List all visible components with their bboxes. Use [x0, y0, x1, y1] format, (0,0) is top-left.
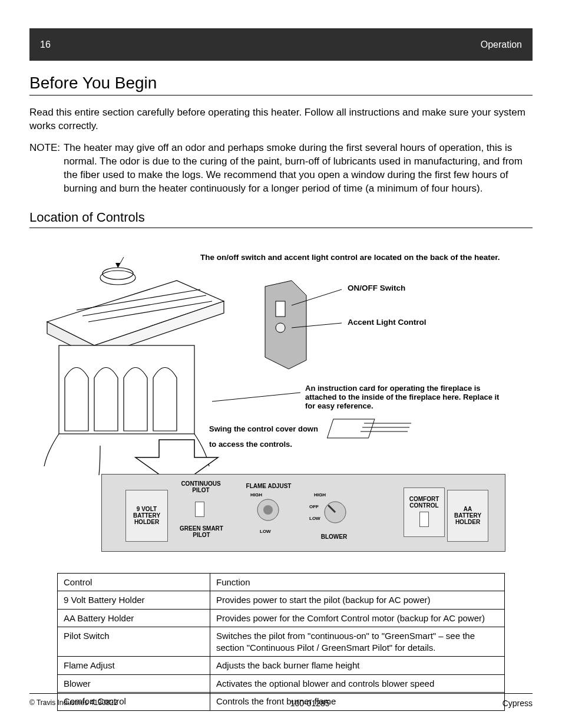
control-panel: 9 VOLT BATTERY HOLDER CONTINUOUS PILOT G… — [101, 474, 505, 552]
intro-text: Read this entire section carefully befor… — [29, 106, 533, 133]
svg-line-16 — [212, 393, 300, 401]
nine-volt-holder: 9 VOLT BATTERY HOLDER — [125, 490, 168, 542]
blower-label: BLOWER — [316, 533, 352, 540]
th-function: Function — [210, 573, 505, 591]
svg-rect-17 — [328, 419, 375, 438]
controls-diagram: The on/off switch and accent light contr… — [29, 239, 533, 569]
blower-low-label: LOW — [309, 516, 320, 521]
aa-battery-holder: AA BATTERY HOLDER — [447, 490, 488, 542]
pilot-switch-icon[interactable] — [195, 500, 204, 521]
row-9v-d: Provides power to start the pilot (backu… — [210, 591, 505, 610]
comfort-control-box[interactable]: COMFORT CONTROL — [404, 487, 445, 537]
callout-accent: Accent Light Control — [348, 318, 427, 327]
flame-adjust-label: FLAME ADJUST — [242, 483, 295, 489]
row-9v-c: 9 Volt Battery Holder — [58, 591, 210, 610]
callout-top: The on/off switch and accent light contr… — [200, 253, 530, 262]
page-number: 16 — [40, 39, 51, 50]
svg-point-13 — [276, 323, 285, 332]
comfort-control-label: COMFORT CONTROL — [409, 496, 439, 509]
section-label: Operation — [481, 39, 522, 50]
svg-marker-10 — [115, 263, 120, 268]
row-aa-d: Provides power for the Comfort Control m… — [210, 609, 505, 627]
svg-rect-3 — [59, 345, 194, 434]
sub-section-title: Location of Controls — [29, 210, 533, 225]
svg-line-9 — [118, 257, 124, 268]
svg-rect-12 — [276, 301, 285, 317]
nine-volt-label: 9 VOLT BATTERY HOLDER — [133, 506, 160, 525]
footer-model: Cypress — [503, 699, 533, 708]
row-aa-c: AA Battery Holder — [58, 609, 210, 627]
row-flame-c: Flame Adjust — [58, 657, 210, 675]
aa-battery-label: AA BATTERY HOLDER — [454, 506, 481, 525]
callout-swing-1: Swing the control cover down — [209, 424, 318, 433]
note-body: The heater may give off an odor and perh… — [64, 141, 533, 196]
blower-high-label: HIGH — [314, 492, 326, 498]
svg-marker-11 — [265, 281, 306, 369]
svg-point-4 — [103, 268, 133, 279]
rule-divider — [29, 95, 533, 95]
callout-swing-2: to access the controls. — [209, 440, 292, 449]
note-label: NOTE: — [29, 141, 60, 196]
footer: © Travis Industries 4130822 100-01285 Cy… — [29, 693, 533, 708]
row-pilot-d: Switches the pilot from "continuous-on" … — [210, 627, 505, 657]
flame-low-label: LOW — [260, 529, 271, 534]
footer-code: 100-01285 — [290, 699, 330, 708]
blower-off-label: OFF — [309, 504, 319, 509]
blower-dial[interactable] — [322, 499, 348, 525]
comfort-switch-icon — [419, 512, 429, 527]
row-blower-d: Activates the optional blower and contro… — [210, 674, 505, 693]
row-pilot-c: Pilot Switch — [58, 627, 210, 657]
callout-onoff: ON/OFF Switch — [348, 284, 405, 292]
header-banner: 16 Operation — [29, 28, 533, 61]
controls-table: ControlFunction 9 Volt Battery HolderPro… — [29, 573, 533, 711]
section-title: Before You Begin — [29, 74, 533, 93]
callout-instruction-card: An instruction card for operating the fi… — [305, 384, 505, 410]
greensmart-label: GREEN SMART PILOT — [176, 525, 227, 538]
note-block: NOTE: The heater may give off an odor an… — [29, 141, 533, 196]
flame-adjust-dial[interactable] — [255, 497, 281, 523]
th-control: Control — [58, 573, 210, 591]
row-flame-d: Adjusts the back burner flame height — [210, 657, 505, 675]
footer-copyright: © Travis Industries 4130822 — [29, 699, 118, 708]
continuous-pilot-label: CONTINUOUS PILOT — [177, 480, 224, 493]
row-blower-c: Blower — [58, 674, 210, 693]
rule-divider-2 — [29, 228, 533, 228]
svg-point-23 — [263, 505, 273, 515]
